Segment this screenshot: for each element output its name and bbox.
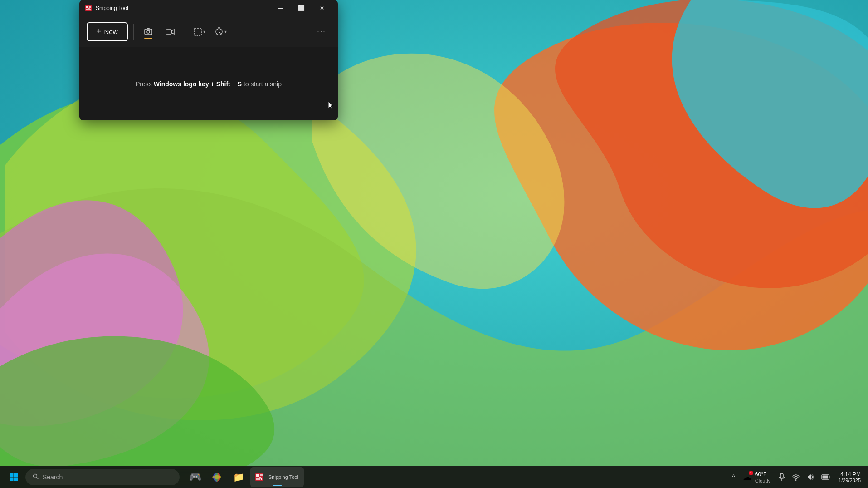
search-icon	[33, 473, 39, 481]
new-button[interactable]: + New	[87, 22, 128, 41]
snipping-tool-window: Snipping Tool — ⬜ ✕ + New	[79, 0, 338, 120]
snip-mode-button[interactable]: ▾	[190, 23, 208, 41]
snipping-tool-icon	[85, 5, 92, 12]
svg-rect-21	[256, 478, 259, 480]
svg-point-6	[147, 30, 150, 33]
svg-rect-8	[166, 30, 171, 34]
delay-button[interactable]: ▾	[212, 23, 229, 41]
taskbar-apps: 🎮 📁	[181, 467, 728, 487]
snipping-tool-taskbar-icon	[254, 472, 265, 483]
svg-point-25	[795, 479, 797, 481]
svg-rect-27	[823, 476, 828, 479]
weather-notification-badge: 1	[749, 471, 753, 475]
toolbar-separator-1	[133, 24, 134, 40]
new-button-label: New	[104, 28, 118, 35]
video-record-button[interactable]	[161, 23, 179, 41]
clock-date: 1/29/2025	[839, 478, 861, 483]
weather-info: 60°F Cloudy	[755, 471, 770, 483]
more-options-button[interactable]: ···	[312, 23, 331, 41]
taskbar-snipping-tool[interactable]: Snipping Tool	[250, 467, 304, 487]
screenshot-mode-button[interactable]	[139, 23, 157, 41]
search-bar[interactable]: Search	[25, 469, 180, 485]
weather-widget[interactable]: ☁ 1 60°F Cloudy	[739, 469, 774, 485]
chevron-up-icon: ^	[732, 473, 735, 481]
hint-prefix: Press	[136, 80, 154, 88]
svg-point-18	[212, 475, 221, 479]
clock[interactable]: 4:14 PM 1/29/2025	[835, 469, 864, 485]
clock-time: 4:14 PM	[840, 471, 861, 478]
svg-rect-5	[145, 29, 152, 35]
minimize-button[interactable]: —	[270, 1, 291, 15]
snipping-tool-taskbar-label: Snipping Tool	[267, 474, 300, 480]
more-icon: ···	[317, 28, 326, 36]
hint-text: Press Windows logo key + Shift + S to st…	[136, 80, 282, 88]
taskbar-app-roblox[interactable]: 🎮	[185, 467, 205, 487]
search-placeholder: Search	[43, 473, 63, 481]
window-controls: — ⬜ ✕	[270, 1, 332, 15]
hint-suffix: to start a snip	[242, 80, 282, 88]
tray-overflow-button[interactable]: ^	[730, 472, 737, 483]
delay-arrow: ▾	[224, 29, 227, 34]
svg-rect-22	[260, 474, 263, 476]
microphone-icon-tray[interactable]	[776, 471, 788, 483]
svg-rect-9	[194, 28, 201, 35]
svg-rect-7	[147, 28, 150, 29]
speaker-icon-tray[interactable]	[804, 472, 817, 483]
svg-rect-23	[780, 473, 783, 478]
system-tray: ^ ☁ 1 60°F Cloudy	[730, 469, 864, 485]
window-content: Press Windows logo key + Shift + S to st…	[79, 47, 338, 120]
toolbar: + New ▾	[79, 16, 338, 47]
svg-rect-20	[256, 474, 259, 477]
battery-icon-tray[interactable]	[819, 472, 833, 482]
start-button[interactable]	[4, 467, 24, 487]
svg-rect-4	[89, 6, 91, 8]
weather-condition: Cloudy	[755, 478, 770, 483]
svg-rect-3	[86, 9, 88, 10]
file-explorer-icon: 📁	[233, 472, 244, 483]
svg-rect-12	[14, 473, 18, 477]
svg-rect-13	[10, 478, 14, 482]
weather-icon: ☁ 1	[742, 472, 751, 483]
roblox-icon: 🎮	[190, 472, 200, 483]
windows-logo-icon	[9, 473, 18, 482]
toolbar-separator-2	[185, 24, 185, 40]
svg-rect-14	[14, 478, 18, 482]
hint-shortcut: Windows logo key + Shift + S	[154, 80, 242, 88]
svg-rect-11	[10, 473, 14, 477]
weather-temperature: 60°F	[755, 471, 770, 478]
snip-mode-arrow: ▾	[203, 29, 205, 34]
close-button[interactable]: ✕	[312, 1, 332, 15]
network-icon-tray[interactable]	[790, 472, 802, 483]
taskbar-app-msstore[interactable]	[207, 467, 227, 487]
store-icon	[211, 472, 222, 483]
svg-rect-2	[86, 6, 88, 8]
taskbar: Search 🎮 📁	[0, 466, 868, 488]
window-title: Snipping Tool	[96, 5, 266, 11]
taskbar-app-file-explorer[interactable]: 📁	[229, 467, 249, 487]
maximize-button[interactable]: ⬜	[291, 1, 312, 15]
plus-icon: +	[97, 27, 102, 36]
title-bar: Snipping Tool — ⬜ ✕	[79, 0, 338, 16]
